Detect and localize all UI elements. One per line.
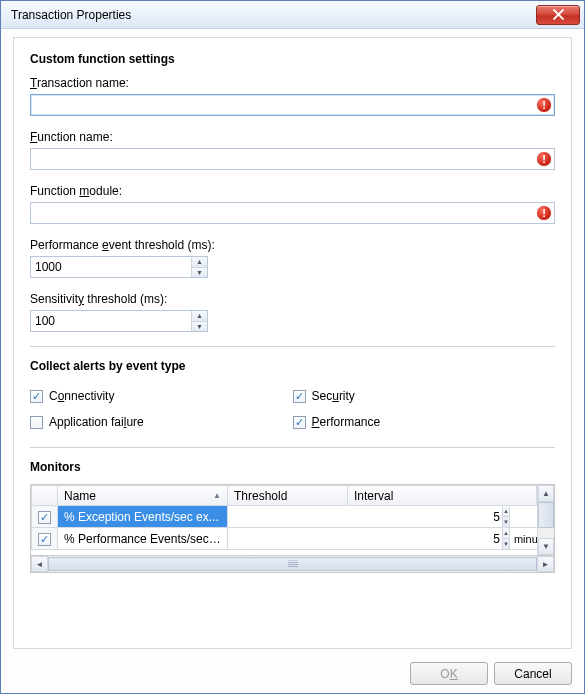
function-module-label: Function module: — [30, 184, 555, 198]
spin-down-icon[interactable]: ▼ — [192, 322, 207, 332]
titlebar: Transaction Properties — [1, 1, 584, 29]
transaction-name-input[interactable] — [30, 94, 555, 116]
scroll-right-icon[interactable]: ► — [537, 556, 554, 572]
error-icon: ! — [537, 98, 551, 112]
performance-checkbox[interactable]: Performance — [293, 409, 556, 435]
perf-threshold-input[interactable] — [31, 257, 191, 277]
separator — [30, 447, 555, 448]
perf-threshold-spinner[interactable]: ▲ ▼ — [30, 256, 208, 278]
checkbox-icon — [30, 390, 43, 403]
vertical-scrollbar[interactable]: ▲ ▼ — [537, 485, 554, 555]
row-checkbox[interactable] — [38, 511, 51, 524]
sensitivity-threshold-label: Sensitivity threshold (ms): — [30, 292, 555, 306]
table-row[interactable]: % Performance Events/sec ...▲▼%▲▼minutes… — [32, 528, 537, 550]
spin-down-icon[interactable]: ▼ — [192, 268, 207, 278]
row-name: % Exception Events/sec ex... — [58, 510, 227, 524]
col-header-threshold[interactable]: Threshold — [228, 486, 348, 506]
connectivity-label: Connectivity — [49, 389, 114, 403]
window-title: Transaction Properties — [11, 8, 536, 22]
row-name: % Performance Events/sec ... — [58, 532, 227, 546]
transaction-name-label: Transaction name: — [30, 76, 555, 90]
security-label: Security — [312, 389, 355, 403]
checkbox-icon — [30, 416, 43, 429]
monitors-table: Name Threshold Interval % Exception Even… — [31, 485, 537, 550]
spin-up-icon[interactable]: ▲ — [192, 311, 207, 322]
close-icon — [552, 9, 565, 20]
horizontal-scrollbar[interactable]: ◄ ► — [30, 556, 555, 573]
scroll-thumb[interactable] — [48, 557, 537, 571]
scroll-thumb[interactable] — [538, 502, 554, 528]
col-header-name[interactable]: Name — [58, 486, 228, 506]
application-failure-checkbox[interactable]: Application failure — [30, 409, 293, 435]
collect-alerts-heading: Collect alerts by event type — [30, 359, 555, 373]
scroll-left-icon[interactable]: ◄ — [31, 556, 48, 572]
custom-function-settings-heading: Custom function settings — [30, 52, 555, 66]
interval-unit-combo[interactable]: minutes▼ — [509, 506, 537, 527]
monitors-heading: Monitors — [30, 460, 555, 474]
ok-button[interactable]: OK — [410, 662, 488, 685]
function-name-label: Function name: — [30, 130, 555, 144]
connectivity-checkbox[interactable]: Connectivity — [30, 383, 293, 409]
application-failure-label: Application failure — [49, 415, 144, 429]
interval-spinner[interactable]: ▲▼ — [502, 528, 509, 549]
dialog-footer: OK Cancel — [13, 662, 572, 685]
error-icon: ! — [537, 206, 551, 220]
monitors-table-container: Name Threshold Interval % Exception Even… — [30, 484, 555, 556]
function-name-input[interactable] — [30, 148, 555, 170]
checkbox-icon — [293, 416, 306, 429]
dialog-content: Custom function settings Transaction nam… — [13, 37, 572, 649]
checkbox-icon — [293, 390, 306, 403]
interval-spinner[interactable]: ▲▼ — [502, 506, 509, 527]
function-module-input[interactable] — [30, 202, 555, 224]
interval-input[interactable] — [348, 528, 502, 549]
interval-unit-label: minutes — [510, 528, 537, 549]
transaction-properties-dialog: Transaction Properties Custom function s… — [0, 0, 585, 694]
perf-threshold-label: Performance event threshold (ms): — [30, 238, 555, 252]
scroll-down-icon[interactable]: ▼ — [538, 538, 554, 555]
spin-up-icon[interactable]: ▲ — [192, 257, 207, 268]
security-checkbox[interactable]: Security — [293, 383, 556, 409]
sensitivity-threshold-input[interactable] — [31, 311, 191, 331]
interval-unit-label: minutes — [510, 506, 537, 527]
close-button[interactable] — [536, 5, 580, 25]
interval-input[interactable] — [348, 506, 502, 527]
row-checkbox[interactable] — [38, 533, 51, 546]
interval-unit-combo[interactable]: minutes▼ — [509, 528, 537, 549]
performance-label: Performance — [312, 415, 381, 429]
error-icon: ! — [537, 152, 551, 166]
cancel-button[interactable]: Cancel — [494, 662, 572, 685]
scroll-up-icon[interactable]: ▲ — [538, 485, 554, 502]
col-header-checkbox[interactable] — [32, 486, 58, 506]
table-row[interactable]: % Exception Events/sec ex...▲▼%▲▼minutes… — [32, 506, 537, 528]
sensitivity-threshold-spinner[interactable]: ▲ ▼ — [30, 310, 208, 332]
col-header-interval[interactable]: Interval — [348, 486, 537, 506]
separator — [30, 346, 555, 347]
